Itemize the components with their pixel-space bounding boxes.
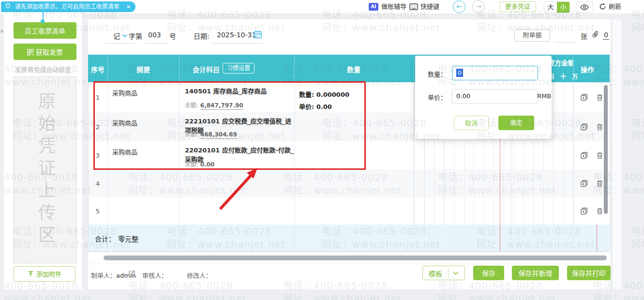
eye-icon (580, 4, 589, 10)
reviewer-label: 审核人： (142, 270, 167, 280)
attachment-count-underline[interactable] (554, 42, 577, 43)
ai-badge-icon: AI (369, 3, 378, 11)
refresh-button[interactable]: 刷新 (609, 2, 621, 11)
selected-text: 0 (456, 69, 463, 77)
notice-tooltip: 请先添加收票员，方可启用员工收票清单 ✕ (1, 1, 135, 12)
forward-button[interactable]: → (472, 0, 485, 13)
accounting-tutor-button[interactable]: 做账辅导 (381, 2, 406, 11)
get-invoice-label: 获取发票 (36, 48, 63, 56)
auto-verify-tip: 发票将完成自动验签 (4, 65, 82, 74)
number-underline (144, 43, 168, 44)
attach-document-button[interactable]: 附单据 (514, 29, 550, 42)
qr-code-icon (27, 49, 34, 56)
currency-label: RMB (537, 92, 551, 100)
upload-icon (28, 271, 34, 277)
sidebar-collapse-icon[interactable]: » (0, 27, 4, 35)
tooltip-connector-line (43, 12, 44, 19)
horizontal-scrollbar[interactable] (104, 255, 607, 260)
voucher-number-input[interactable]: 003 (148, 31, 161, 39)
employee-receipt-list-button[interactable]: 员工收票清单 (14, 22, 76, 39)
paperclip-icon[interactable] (592, 30, 599, 38)
calendar-icon[interactable] (254, 30, 262, 39)
dialog-price-label: 单价： (428, 92, 447, 102)
add-attachment-label: 添加附件 (36, 270, 61, 278)
font-size-toggle: 大 小 (544, 1, 570, 13)
number-unit-label: 号 (169, 31, 176, 41)
edit-creator-icon[interactable] (129, 270, 135, 277)
template-label: 模板 (429, 269, 442, 278)
template-split-button[interactable]: 模板 (422, 266, 465, 280)
annotation-highlight-box (93, 81, 366, 170)
save-and-new-button[interactable]: 保存并新增 (512, 266, 559, 280)
notice-close-icon[interactable]: ✕ (126, 4, 131, 10)
right-gutter (613, 19, 621, 289)
save-button[interactable]: 保存 (473, 266, 504, 280)
add-attachment-button[interactable]: 添加附件 (14, 266, 75, 282)
back-button[interactable]: ← (453, 0, 465, 13)
header-account: 会计科目 (193, 64, 220, 74)
header-operation: 操作 (581, 64, 594, 74)
attachment-count-link[interactable]: 0 (603, 31, 609, 40)
date-label: 日期: (194, 31, 210, 41)
habit-setting-button[interactable]: 习惯设置 (223, 63, 255, 74)
shortcut-keys-button[interactable]: 快捷键 (420, 2, 439, 11)
more-vouchers-button[interactable]: 更多凭证 (499, 1, 536, 12)
date-underline (212, 43, 263, 44)
dialog-qty-input[interactable]: 0 (452, 66, 538, 80)
vertical-scrollbar[interactable] (604, 85, 608, 214)
dialog-cancel-button[interactable]: 取消 (454, 116, 489, 130)
size-large-option[interactable]: 大 (544, 2, 557, 13)
get-invoice-button[interactable]: 获取发票 (14, 44, 76, 60)
preview-eye-button[interactable] (576, 1, 593, 13)
header-index: 序号 (91, 64, 105, 74)
dialog-qty-label: 数量： (428, 69, 447, 78)
annotation-arrow (213, 164, 266, 213)
dialog-price-input[interactable]: 0.00 (452, 89, 538, 104)
size-small-option[interactable]: 小 (557, 2, 569, 13)
modifier-label: 修改人： (187, 270, 212, 280)
date-input[interactable]: 2025-10-31 (217, 31, 256, 39)
left-sidebar: » 员工收票清单 获取发票 发票将完成自动验签 原始凭证上传区 添加附件 (4, 14, 83, 289)
header-quantity: 数量 (347, 64, 360, 74)
save-and-print-button[interactable]: 保存并打印 (567, 266, 611, 280)
bulb-icon (5, 3, 11, 10)
template-chevron-down-icon[interactable] (453, 271, 459, 275)
dialog-confirm-button[interactable]: 确定 (498, 116, 534, 130)
upload-area-label: 原始凭证上传区 (32, 92, 58, 248)
footer-divider (88, 264, 611, 264)
voucher-entry-page: AI 做账辅导 快捷键 ← → 更多凭证 大 小 刷新 请先添加收票员，方可启用… (0, 0, 644, 300)
word-underline (105, 43, 135, 44)
quantity-price-dialog: 数量： 0 单价： 0.00 RMB 取消 确定 (415, 56, 552, 139)
voucher-word-select[interactable]: 记 (113, 31, 120, 41)
notice-text: 请先添加收票员，方可启用员工收票清单 (15, 3, 120, 10)
chevron-down-icon[interactable] (122, 34, 128, 38)
keyboard-icon (409, 3, 418, 10)
original-voucher-upload-area[interactable]: 原始凭证上传区 (14, 76, 76, 263)
word-suffix-label: 字第 (129, 31, 142, 41)
header-digit-strip: 百 十 万 (549, 72, 580, 80)
header-summary: 摘要 (136, 64, 150, 74)
tooltip-connector-dot (41, 19, 45, 23)
refresh-icon (599, 3, 606, 10)
attachment-unit-label: 张 (581, 31, 587, 41)
